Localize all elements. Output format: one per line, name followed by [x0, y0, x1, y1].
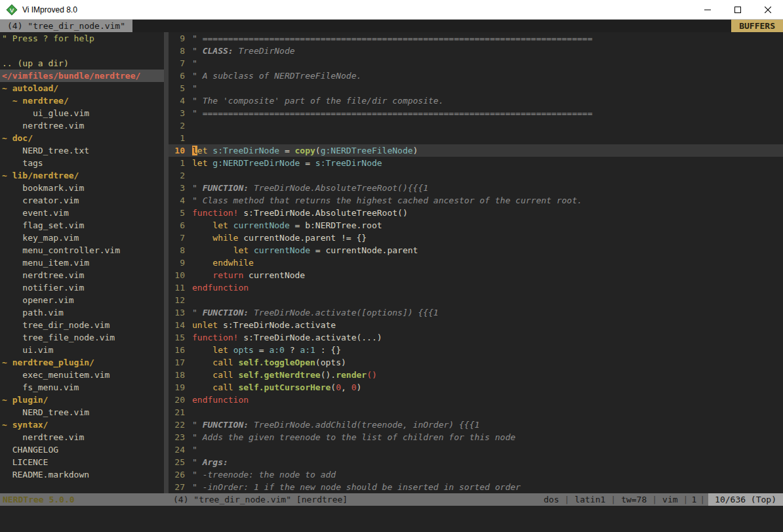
- nerdtree-item[interactable]: nerdtree.vim: [0, 119, 164, 132]
- code-text: " Args:: [192, 456, 783, 468]
- window-separator[interactable]: [164, 32, 169, 493]
- editor-line[interactable]: 16 let opts = a:0 ? a:1 : {}: [169, 344, 783, 356]
- editor-line[interactable]: 7": [169, 57, 783, 70]
- editor-line[interactable]: 17 call self.toggleOpen(opts): [169, 356, 783, 369]
- editor-line[interactable]: 20endfunction: [169, 394, 783, 406]
- nerdtree-item[interactable]: </vimfiles/bundle/nerdtree/: [0, 70, 164, 82]
- editor-line[interactable]: 13" FUNCTION: TreeDirNode.activate([opti…: [169, 306, 783, 319]
- line-number: 26: [169, 468, 192, 481]
- code-text: call self.putCursorHere(0, 0): [192, 381, 783, 394]
- nerdtree-item[interactable]: ~ autoload/: [0, 82, 164, 94]
- nerdtree-item[interactable]: NERD_tree.vim: [0, 406, 164, 419]
- editor-line[interactable]: 10 return currentNode: [169, 269, 783, 281]
- close-button[interactable]: [753, 0, 783, 19]
- editor-line[interactable]: 14unlet s:TreeDirNode.activate: [169, 319, 783, 331]
- editor-pane[interactable]: 9" =====================================…: [169, 32, 783, 493]
- syntax-segment: [192, 270, 212, 280]
- line-number: 22: [169, 419, 192, 431]
- nerdtree-item[interactable]: ~ plugin/: [0, 394, 164, 406]
- editor-line[interactable]: 10let s:TreeDirNode = copy(g:NERDTreeFil…: [169, 144, 783, 157]
- command-line[interactable]: [0, 506, 783, 532]
- editor-line[interactable]: 25" Args:: [169, 456, 783, 468]
- nerdtree-item[interactable]: tags: [0, 157, 164, 169]
- nerdtree-item[interactable]: tree_dir_node.vim: [0, 319, 164, 331]
- nerdtree-item[interactable]: bookmark.vim: [0, 182, 164, 194]
- nerdtree-item[interactable]: NERD_tree.txt: [0, 144, 164, 157]
- syntax-segment: function!: [192, 333, 238, 342]
- nerdtree-item[interactable]: ~ nerdtree_plugin/: [0, 356, 164, 369]
- nerdtree-pane[interactable]: " Press ? for help.. (up a dir)</vimfile…: [0, 32, 164, 493]
- nerdtree-item[interactable]: path.vim: [0, 306, 164, 319]
- nerdtree-item[interactable]: flag_set.vim: [0, 219, 164, 232]
- line-number: 27: [169, 481, 192, 493]
- syntax-segment: return: [212, 270, 243, 280]
- nerdtree-item[interactable]: creator.vim: [0, 194, 164, 207]
- editor-line[interactable]: 23" Adds the given treenode to the list …: [169, 431, 783, 443]
- editor-line[interactable]: 9 endwhile: [169, 256, 783, 269]
- editor-line[interactable]: 22" FUNCTION: TreeDirNode.addChild(treen…: [169, 419, 783, 431]
- editor-line[interactable]: 27" -inOrder: 1 if the new node should b…: [169, 481, 783, 493]
- nerdtree-item[interactable]: exec_menuitem.vim: [0, 369, 164, 381]
- line-number: 9: [169, 256, 192, 269]
- code-text: " FUNCTION: TreeDirNode.AbsoluteTreeRoot…: [192, 182, 783, 194]
- minimize-button[interactable]: [693, 0, 723, 19]
- editor-line[interactable]: 15function! s:TreeDirNode.activate(...): [169, 331, 783, 344]
- editor-line[interactable]: 2: [169, 119, 783, 132]
- code-text: while currentNode.parent != {}: [192, 232, 783, 244]
- syntax-segment: " ======================================…: [192, 33, 592, 43]
- nerdtree-item[interactable]: ~ syntax/: [0, 419, 164, 431]
- nerdtree-item[interactable]: ui_glue.vim: [0, 107, 164, 119]
- nerdtree-item[interactable]: ~ nerdtree/: [0, 94, 164, 107]
- editor-line[interactable]: 3" FUNCTION: TreeDirNode.AbsoluteTreeRoo…: [169, 182, 783, 194]
- nerdtree-item[interactable]: LICENCE: [0, 456, 164, 468]
- editor-line[interactable]: 18 call self.getNerdtree().render(): [169, 369, 783, 381]
- nerdtree-item[interactable]: menu_controller.vim: [0, 244, 164, 256]
- editor-line[interactable]: 21: [169, 406, 783, 419]
- nerdtree-item[interactable]: ~ doc/: [0, 132, 164, 144]
- line-number: 20: [169, 394, 192, 406]
- editor-line[interactable]: 5": [169, 82, 783, 94]
- editor-line[interactable]: 2: [169, 169, 783, 182]
- nerdtree-item[interactable]: ~ lib/nerdtree/: [0, 169, 164, 182]
- syntax-segment: ,: [341, 382, 351, 392]
- editor-line[interactable]: 8 let currentNode = currentNode.parent: [169, 244, 783, 256]
- line-number: 12: [169, 294, 192, 306]
- editor-line[interactable]: 3" =====================================…: [169, 107, 783, 119]
- nerdtree-item[interactable]: tree_file_node.vim: [0, 331, 164, 344]
- editor-line[interactable]: 1let g:NERDTreeDirNode = s:TreeDirNode: [169, 157, 783, 169]
- editor-line[interactable]: 4" The 'composite' part of the file/dir …: [169, 94, 783, 107]
- nerdtree-item[interactable]: " Press ? for help: [0, 32, 164, 45]
- nerdtree-item[interactable]: menu_item.vim: [0, 256, 164, 269]
- nerdtree-item[interactable]: key_map.vim: [0, 232, 164, 244]
- tab-active[interactable]: (4) "tree_dir_node.vim": [0, 20, 132, 32]
- code-text: let currentNode = b:NERDTree.root: [192, 219, 783, 232]
- syntax-segment: g:NERDTreeDirNode: [212, 158, 300, 168]
- editor-line[interactable]: 6" A subclass of NERDTreeFileNode.: [169, 70, 783, 82]
- editor-line[interactable]: 9" =====================================…: [169, 32, 783, 45]
- maximize-button[interactable]: [723, 0, 753, 19]
- nerdtree-item[interactable]: CHANGELOG: [0, 443, 164, 456]
- nerdtree-item[interactable]: notifier.vim: [0, 281, 164, 294]
- nerdtree-item[interactable]: README.markdown: [0, 468, 164, 481]
- editor-line[interactable]: 11endfunction: [169, 281, 783, 294]
- editor-line[interactable]: 6 let currentNode = b:NERDTree.root: [169, 219, 783, 232]
- nerdtree-item[interactable]: ui.vim: [0, 344, 164, 356]
- nerdtree-item[interactable]: .. (up a dir): [0, 57, 164, 70]
- text-cursor: l: [192, 146, 197, 155]
- editor-line[interactable]: 19 call self.putCursorHere(0, 0): [169, 381, 783, 394]
- nerdtree-item[interactable]: opener.vim: [0, 294, 164, 306]
- editor-line[interactable]: 8" CLASS: TreeDirNode: [169, 45, 783, 57]
- code-text: function! s:TreeDirNode.activate(...): [192, 331, 783, 344]
- nerdtree-item[interactable]: nerdtree.vim: [0, 431, 164, 443]
- nerdtree-item[interactable]: event.vim: [0, 207, 164, 219]
- editor-line[interactable]: 1: [169, 132, 783, 144]
- editor-line[interactable]: 12: [169, 294, 783, 306]
- nerdtree-item[interactable]: nerdtree.vim: [0, 269, 164, 281]
- editor-line[interactable]: 5function! s:TreeDirNode.AbsoluteTreeRoo…: [169, 207, 783, 219]
- editor-line[interactable]: 7 while currentNode.parent != {}: [169, 232, 783, 244]
- editor-line[interactable]: 26" -treenode: the node to add: [169, 468, 783, 481]
- statusline-separator: |: [611, 493, 616, 506]
- editor-line[interactable]: 24": [169, 443, 783, 456]
- editor-line[interactable]: 4" Class method that returns the highest…: [169, 194, 783, 207]
- nerdtree-item[interactable]: fs_menu.vim: [0, 381, 164, 394]
